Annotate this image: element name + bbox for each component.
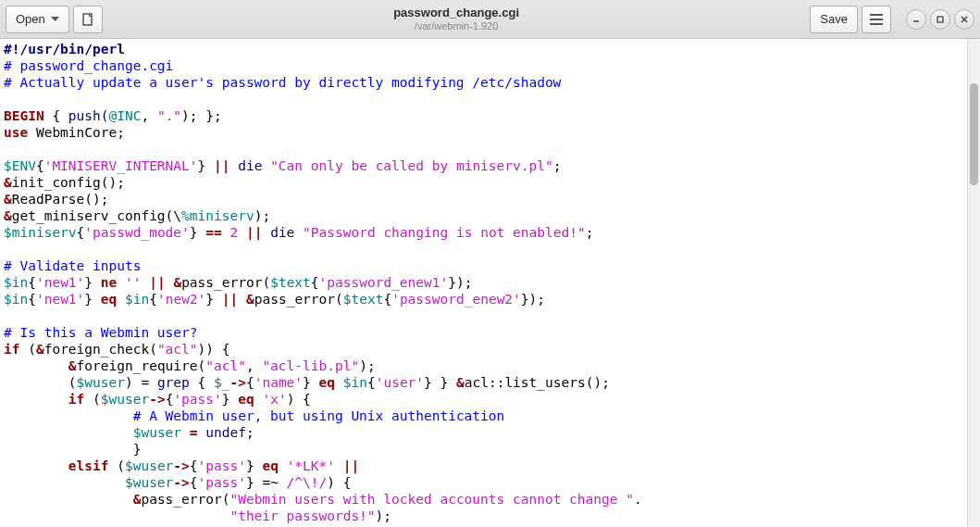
string: "Password changing is not enabled!" bbox=[303, 225, 586, 240]
string: 'new2' bbox=[157, 292, 205, 307]
comment: # Validate inputs bbox=[4, 258, 141, 273]
func: die bbox=[238, 158, 262, 173]
text: WebminCore; bbox=[28, 125, 125, 140]
comment: # password_change.cgi bbox=[4, 58, 173, 73]
string: 'pass' bbox=[198, 475, 246, 490]
keyword: eq bbox=[238, 392, 254, 407]
var: $in bbox=[4, 275, 28, 290]
amp: & bbox=[4, 192, 12, 207]
op: || bbox=[343, 458, 359, 473]
string: "their passwords!" bbox=[229, 508, 375, 523]
amp: & bbox=[173, 275, 181, 290]
keyword: use bbox=[4, 125, 28, 140]
var: $text bbox=[343, 292, 384, 307]
text: acl::list_users(); bbox=[465, 375, 610, 390]
var: $in bbox=[125, 292, 149, 307]
window-subtitle: /var/webmin-1.920 bbox=[106, 20, 807, 31]
string: 'password_enew2' bbox=[391, 292, 521, 307]
var: $wuser bbox=[133, 425, 181, 440]
string: "." bbox=[157, 108, 181, 123]
func: undef bbox=[205, 425, 246, 440]
amp: & bbox=[4, 175, 12, 190]
var: $in bbox=[343, 375, 367, 390]
string: "Webmin users with locked accounts canno… bbox=[229, 492, 634, 507]
text: ); bbox=[254, 208, 270, 223]
keyword: ne bbox=[101, 275, 117, 290]
keyword: eq bbox=[101, 292, 117, 307]
string: 'new1' bbox=[36, 275, 84, 290]
maximize-button[interactable] bbox=[930, 9, 950, 30]
editor-area: #!/usr/bin/perl # password_change.cgi # … bbox=[0, 39, 980, 527]
close-icon bbox=[961, 16, 968, 23]
string: 'password_enew1' bbox=[319, 275, 449, 290]
string: 'pass' bbox=[198, 458, 246, 473]
titlebar: Open password_change.cgi /var/webmin-1.9… bbox=[0, 0, 980, 39]
op: || bbox=[149, 275, 165, 290]
shebang-line: #!/usr/bin/perl bbox=[4, 42, 125, 56]
var: $wuser bbox=[125, 458, 173, 473]
amp: & bbox=[68, 358, 77, 373]
comment: # Is this a Webmin user? bbox=[4, 325, 198, 340]
keyword: elsif bbox=[68, 458, 109, 473]
var: $wuser bbox=[125, 475, 173, 490]
keyword: eq bbox=[262, 458, 278, 473]
amp: & bbox=[36, 342, 44, 357]
text: get_miniserv_config( bbox=[12, 208, 174, 223]
string: 'pass' bbox=[173, 392, 221, 407]
text: init_config(); bbox=[12, 175, 125, 190]
minimize-icon bbox=[912, 16, 920, 23]
string: 'new1' bbox=[36, 292, 84, 307]
keyword: if bbox=[4, 342, 19, 357]
hamburger-icon bbox=[870, 14, 883, 25]
string: "acl-lib.pl" bbox=[262, 358, 359, 373]
text: ReadParse(); bbox=[12, 192, 109, 207]
amp: & bbox=[4, 208, 12, 223]
var: %miniserv bbox=[181, 208, 254, 223]
var: $ENV bbox=[4, 158, 36, 173]
op: -> bbox=[149, 392, 165, 407]
func: grep bbox=[157, 375, 190, 390]
window-title: password_change.cgi bbox=[106, 6, 807, 19]
amp: & bbox=[246, 292, 254, 307]
regex: /^\!/ bbox=[287, 475, 328, 490]
keyword: eq bbox=[319, 375, 335, 390]
func: die bbox=[270, 225, 294, 240]
comment: # A Webmin user, but using Unix authenti… bbox=[133, 408, 505, 423]
code-editor[interactable]: #!/usr/bin/perl # password_change.cgi # … bbox=[0, 39, 967, 527]
new-document-icon bbox=[81, 12, 95, 27]
var: $wuser bbox=[101, 392, 149, 407]
var: $miniserv bbox=[4, 225, 77, 240]
scrollbar-thumb[interactable] bbox=[970, 83, 978, 185]
string: '' bbox=[125, 275, 141, 290]
text: foreign_check( bbox=[44, 342, 157, 357]
text: pass_error( bbox=[141, 492, 229, 507]
op: -> bbox=[173, 475, 189, 490]
open-button[interactable]: Open bbox=[6, 6, 69, 33]
new-document-button[interactable] bbox=[73, 6, 103, 33]
num: 2 bbox=[229, 225, 238, 240]
open-label: Open bbox=[16, 12, 45, 26]
save-label: Save bbox=[820, 12, 848, 26]
save-button[interactable]: Save bbox=[810, 6, 858, 33]
maximize-icon bbox=[937, 16, 944, 23]
minimize-button[interactable] bbox=[906, 9, 926, 30]
func: push bbox=[68, 108, 101, 123]
var: $text bbox=[270, 275, 311, 290]
op: == bbox=[205, 225, 221, 240]
chevron-down-icon bbox=[51, 17, 59, 22]
op: -> bbox=[229, 375, 245, 390]
op: || bbox=[214, 158, 229, 173]
string: 'MINISERV_INTERNAL' bbox=[44, 158, 198, 173]
op: -> bbox=[173, 458, 189, 473]
title-area: password_change.cgi /var/webmin-1.920 bbox=[106, 6, 807, 31]
right-button-group: Save bbox=[810, 6, 974, 33]
op: || bbox=[246, 225, 262, 240]
hamburger-button[interactable] bbox=[862, 6, 891, 33]
vertical-scrollbar[interactable] bbox=[967, 39, 980, 527]
keyword: BEGIN bbox=[4, 108, 44, 123]
amp: & bbox=[456, 375, 465, 390]
var: $in bbox=[4, 292, 28, 307]
window-controls bbox=[902, 9, 974, 30]
string: "acl" bbox=[157, 342, 198, 357]
close-button[interactable] bbox=[954, 9, 974, 30]
